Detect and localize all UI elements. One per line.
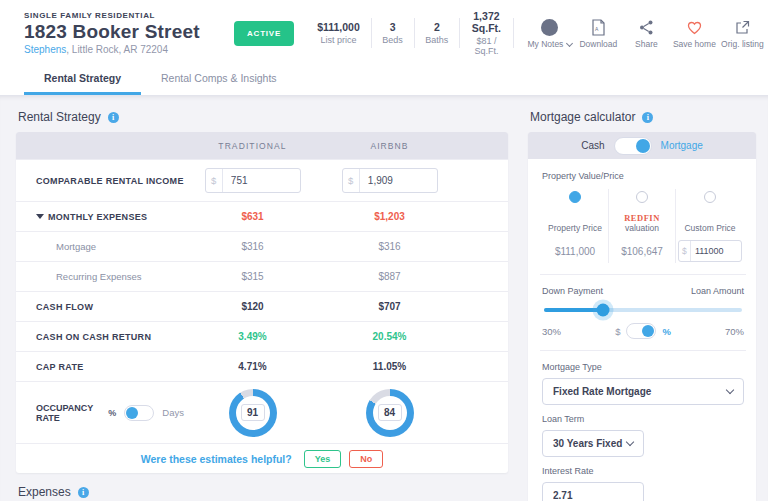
cell-traditional: $120 (184, 301, 321, 312)
tab-rental-comps-insights[interactable]: Rental Comps & Insights (141, 64, 297, 95)
down-payment-slider[interactable] (544, 308, 742, 312)
cash-label[interactable]: Cash (581, 140, 604, 151)
cash-mortgage-toggle[interactable] (614, 137, 652, 155)
slider-knob[interactable] (597, 304, 610, 317)
cash-mortgage-toggle-bar: Cash Mortgage (528, 132, 756, 159)
share-icon (638, 19, 655, 36)
cell-airbnb: $ (321, 168, 458, 193)
column-header-traditional: TRADITIONAL (184, 141, 321, 151)
airbnb-income-input[interactable] (360, 175, 437, 186)
custom-price-radio[interactable] (704, 191, 716, 203)
heart-icon (686, 19, 703, 36)
cell-airbnb: $887 (321, 271, 458, 282)
svg-text:A: A (595, 26, 599, 32)
interest-rate-input[interactable] (553, 490, 633, 501)
my-notes-button[interactable]: My Notes (527, 17, 572, 49)
property-header: SINGLE FAMILY RESIDENTIAL 1823 Booker St… (0, 0, 768, 64)
down-payment-percent: 30% (542, 326, 561, 337)
custom-price-field-wrap: $ (678, 239, 742, 263)
mortgage-label[interactable]: Mortgage (661, 140, 703, 151)
option-custom-price: Custom Price $ (676, 189, 744, 263)
toggle-knob (126, 407, 138, 419)
table-row-monthly-expenses[interactable]: MONTHLY EXPENSES $631 $1,203 (16, 201, 508, 231)
cell-traditional: 91 (184, 389, 321, 437)
my-notes-label: My Notes (527, 39, 563, 49)
table-row-mortgage: Mortgage $316 $316 (16, 231, 508, 261)
stat-value: 2 (425, 21, 448, 33)
property-price-radio[interactable] (569, 191, 581, 203)
property-value-label: Property Value/Price (542, 171, 744, 181)
neighborhood-link[interactable]: Stephens (24, 44, 66, 55)
currency-prefix: $ (343, 169, 360, 192)
feedback-row: Were these estimates helpful? Yes No (16, 443, 508, 473)
custom-price-input[interactable] (691, 246, 741, 256)
address-rest: , Little Rock, AR 72204 (66, 44, 168, 55)
row-label: MONTHLY EXPENSES (16, 212, 184, 222)
option-redfin-valuation: Redfin valuation $106,647 (609, 189, 676, 263)
feedback-yes-button[interactable]: Yes (304, 450, 342, 468)
cell-airbnb: $707 (321, 301, 458, 312)
mortgage-type-value: Fixed Rate Mortgage (553, 386, 651, 397)
occupancy-unit-toggle[interactable] (124, 405, 154, 421)
share-button[interactable]: Share (624, 17, 668, 49)
chevron-down-icon (726, 386, 734, 394)
percent-unit-label[interactable]: % (108, 408, 116, 418)
section-title-text: Mortgage calculator (530, 110, 635, 124)
expenses-section-title: Expenses (18, 485, 508, 499)
stat-label: Beds (382, 35, 403, 45)
loan-term-select[interactable]: 30 Years Fixed (542, 430, 644, 457)
option-label: valuation (625, 223, 659, 233)
option-property-price: Property Price $111,000 (542, 189, 609, 263)
toggle-knob (636, 139, 650, 153)
column-header-airbnb: AIRBNB (321, 141, 458, 151)
orig-listing-button[interactable]: Orig. listing (720, 17, 764, 49)
stat-label: $81 / Sq.Ft. (471, 36, 502, 56)
stat-list-price: $111,000 List price (306, 21, 371, 45)
info-icon[interactable] (78, 487, 89, 498)
days-unit-label[interactable]: Days (162, 407, 184, 418)
mortgage-calculator-column: Mortgage calculator Cash Mortgage Proper… (528, 108, 756, 501)
loan-term-value: 30 Years Fixed (553, 438, 622, 449)
property-address-title: 1823 Booker Street (24, 21, 220, 43)
save-home-label: Save home (673, 39, 716, 49)
stat-sqft: 1,372 Sq.Ft. $81 / Sq.Ft. (460, 10, 513, 56)
chevron-down-icon (566, 39, 573, 46)
option-value: $106,647 (621, 239, 663, 263)
slider-fill (544, 308, 603, 312)
feedback-no-button[interactable]: No (349, 450, 383, 468)
dollar-percent-toggle[interactable] (626, 323, 656, 339)
custom-price-field: $ (678, 240, 742, 262)
info-icon[interactable] (642, 112, 653, 123)
chevron-down-icon (626, 438, 634, 446)
tab-rental-strategy[interactable]: Rental Strategy (24, 64, 141, 95)
traditional-occupancy-value[interactable]: 91 (241, 404, 265, 421)
share-label: Share (635, 39, 658, 49)
interest-rate-label: Interest Rate (542, 466, 744, 476)
cell-traditional: $316 (184, 241, 321, 252)
header-actions: My Notes A Download Share Save home Orig… (527, 17, 764, 49)
percent-label[interactable]: % (662, 326, 670, 337)
save-home-button[interactable]: Save home (672, 17, 716, 49)
dollar-label[interactable]: $ (615, 326, 620, 337)
redfin-valuation-radio[interactable] (636, 191, 648, 203)
collapse-caret-icon[interactable] (36, 214, 44, 219)
mortgage-type-select[interactable]: Fixed Rate Mortgage (542, 378, 744, 405)
redfin-logo: Redfin (624, 213, 660, 223)
cell-airbnb: 20.54% (321, 331, 458, 342)
info-icon[interactable] (108, 112, 119, 123)
row-label: CASH ON CASH RETURN (16, 332, 184, 342)
table-header: TRADITIONAL AIRBNB (16, 132, 508, 159)
table-row-recurring-expenses: Recurring Expenses $315 $887 (16, 261, 508, 291)
table-row-occupancy-rate: OCCUPANCY RATE % Days 91 84 (16, 381, 508, 443)
airbnb-occupancy-value[interactable]: 84 (378, 404, 402, 421)
traditional-income-input[interactable] (223, 175, 300, 186)
rental-strategy-card: TRADITIONAL AIRBNB COMPARABLE RENTAL INC… (16, 132, 508, 473)
status-badge: ACTIVE (234, 21, 294, 46)
property-stats: $111,000 List price 3 Beds 2 Baths 1,372… (306, 10, 513, 56)
property-type-label: SINGLE FAMILY RESIDENTIAL (24, 11, 220, 20)
download-pdf-icon: A (590, 19, 607, 36)
property-identity: SINGLE FAMILY RESIDENTIAL 1823 Booker St… (24, 11, 220, 55)
down-payment-labels: Down Payment Loan Amount (542, 286, 744, 296)
section-title-text: Rental Strategy (18, 110, 101, 124)
download-button[interactable]: A Download (576, 17, 620, 49)
